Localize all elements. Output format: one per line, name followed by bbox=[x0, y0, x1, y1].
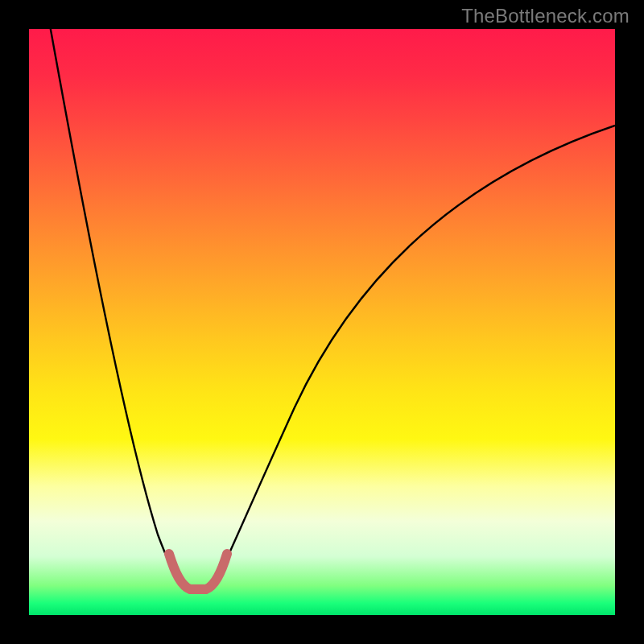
chart-svg bbox=[29, 29, 615, 615]
left-curve bbox=[49, 29, 180, 583]
plot-area bbox=[29, 29, 615, 615]
valley-overlay bbox=[169, 554, 227, 589]
right-curve bbox=[216, 126, 615, 583]
watermark-text: TheBottleneck.com bbox=[461, 5, 630, 27]
